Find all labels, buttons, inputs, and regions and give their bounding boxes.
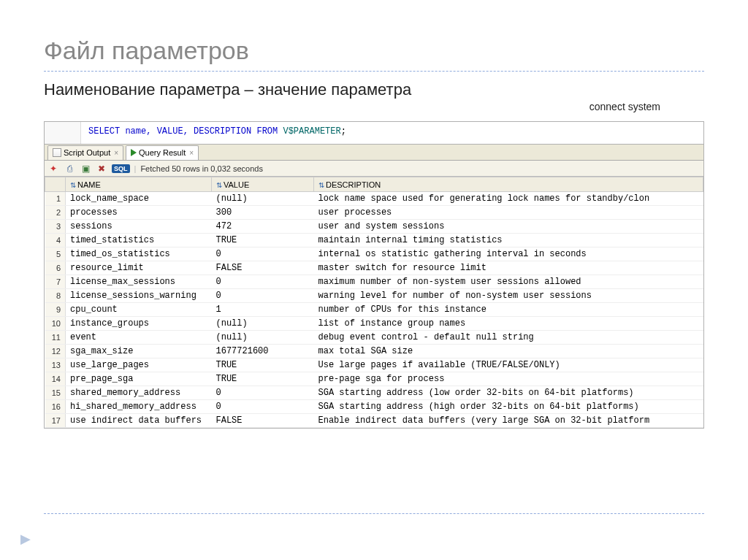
cell-description[interactable]: Enable indirect data buffers (very large… xyxy=(314,414,703,428)
cell-name[interactable]: event xyxy=(66,331,212,345)
cell-description[interactable]: SGA starting address (low order 32-bits … xyxy=(314,386,703,400)
row-number: 9 xyxy=(45,303,66,317)
cell-value[interactable]: 300 xyxy=(212,206,314,220)
cell-value[interactable]: (null) xyxy=(212,192,314,206)
col-header-value[interactable]: ⇅VALUE xyxy=(212,177,314,192)
cell-name[interactable]: hi_shared_memory_address xyxy=(66,400,212,414)
close-icon[interactable]: × xyxy=(188,149,194,157)
tab-script-output[interactable]: Script Output × xyxy=(47,145,123,160)
table-row[interactable]: 8license_sessions_warning0warning level … xyxy=(45,289,703,303)
cell-value[interactable]: 0 xyxy=(212,400,314,414)
table-row[interactable]: 6resource_limitFALSEmaster switch for re… xyxy=(45,261,703,275)
cell-description[interactable]: master switch for resource limit xyxy=(314,261,703,275)
cell-description[interactable]: user and system sessions xyxy=(314,220,703,234)
cell-description[interactable]: user processes xyxy=(314,206,703,220)
delete-icon[interactable]: ✖ xyxy=(96,163,107,174)
sort-icon: ⇅ xyxy=(216,181,222,189)
cell-description[interactable]: maximum number of non-system user sessio… xyxy=(314,275,703,289)
connect-system-label: connect system xyxy=(44,101,704,112)
row-number: 12 xyxy=(45,345,66,358)
cell-value[interactable]: (null) xyxy=(212,317,314,331)
table-row[interactable]: 2processes300user processes xyxy=(45,206,703,220)
cell-value[interactable]: FALSE xyxy=(212,414,314,428)
cell-value[interactable]: FALSE xyxy=(212,261,314,275)
row-number: 3 xyxy=(45,220,66,234)
table-row[interactable]: 3sessions472user and system sessions xyxy=(45,220,703,234)
cell-name[interactable]: license_max_sessions xyxy=(66,275,212,289)
cell-description[interactable]: lock name space used for generating lock… xyxy=(314,192,703,206)
row-number: 13 xyxy=(45,358,66,372)
cell-description[interactable]: pre-page sga for process xyxy=(314,372,703,386)
table-row[interactable]: 15shared_memory_address0SGA starting add… xyxy=(45,386,703,400)
row-number: 1 xyxy=(45,192,66,206)
sort-icon: ⇅ xyxy=(70,181,76,189)
cell-name[interactable]: resource_limit xyxy=(66,261,212,275)
table-row[interactable]: 1lock_name_space(null)lock name space us… xyxy=(45,192,703,206)
cell-name[interactable]: cpu_count xyxy=(66,303,212,317)
cell-name[interactable]: license_sessions_warning xyxy=(66,289,212,303)
table-row[interactable]: 10instance_groups(null)list of instance … xyxy=(45,317,703,331)
sql-columns: name, VALUE, DESCRIPTION xyxy=(125,126,251,137)
cell-description[interactable]: debug event control - default null strin… xyxy=(314,331,703,345)
cell-value[interactable]: 0 xyxy=(212,275,314,289)
cell-description[interactable]: list of instance group names xyxy=(314,317,703,331)
cell-description[interactable]: warning level for number of non-system u… xyxy=(314,289,703,303)
table-row[interactable]: 9cpu_count1number of CPUs for this insta… xyxy=(45,303,703,317)
cell-name[interactable]: sga_max_size xyxy=(66,345,212,358)
cell-description[interactable]: maintain internal timing statistics xyxy=(314,234,703,248)
col-header-rownum[interactable] xyxy=(45,177,66,192)
cell-value[interactable]: 0 xyxy=(212,289,314,303)
cell-name[interactable]: timed_os_statistics xyxy=(66,248,212,261)
cell-description[interactable]: max total SGA size xyxy=(314,345,703,358)
close-icon[interactable]: × xyxy=(112,149,118,157)
cell-value[interactable]: TRUE xyxy=(212,358,314,372)
cell-description[interactable]: number of CPUs for this instance xyxy=(314,303,703,317)
row-number: 2 xyxy=(45,206,66,220)
divider-line xyxy=(44,71,704,72)
cell-name[interactable]: lock_name_space xyxy=(66,192,212,206)
print-icon[interactable]: ⎙ xyxy=(64,163,75,174)
slide-nav-arrow[interactable]: ▶ xyxy=(20,531,31,547)
cell-description[interactable]: Use large pages if available (TRUE/FALSE… xyxy=(314,358,703,372)
cell-value[interactable]: 1 xyxy=(212,303,314,317)
table-row[interactable]: 17use indirect data buffersFALSEEnable i… xyxy=(45,414,703,428)
table-row[interactable]: 4timed_statisticsTRUEmaintain internal t… xyxy=(45,234,703,248)
cell-value[interactable]: (null) xyxy=(212,331,314,345)
cell-name[interactable]: timed_statistics xyxy=(66,234,212,248)
cell-value[interactable]: 1677721600 xyxy=(212,345,314,358)
sql-table: V$PARAMETER xyxy=(283,126,340,137)
sql-badge[interactable]: SQL xyxy=(112,164,130,173)
table-row[interactable]: 11event(null)debug event control - defau… xyxy=(45,331,703,345)
cell-value[interactable]: 0 xyxy=(212,248,314,261)
sql-editor[interactable]: SELECT name, VALUE, DESCRIPTION FROM V$P… xyxy=(45,122,703,145)
cell-name[interactable]: use indirect data buffers xyxy=(66,414,212,428)
fetch-status: Fetched 50 rows in 0,032 seconds xyxy=(140,164,263,173)
cell-description[interactable]: internal os statistic gathering interval… xyxy=(314,248,703,261)
table-row[interactable]: 5timed_os_statistics0internal os statist… xyxy=(45,248,703,261)
cell-name[interactable]: processes xyxy=(66,206,212,220)
cell-name[interactable]: sessions xyxy=(66,220,212,234)
cell-value[interactable]: TRUE xyxy=(212,372,314,386)
table-row[interactable]: 13use_large_pagesTRUEUse large pages if … xyxy=(45,358,703,372)
cell-value[interactable]: 472 xyxy=(212,220,314,234)
cell-name[interactable]: use_large_pages xyxy=(66,358,212,372)
cell-description[interactable]: SGA starting address (high order 32-bits… xyxy=(314,400,703,414)
table-row[interactable]: 16hi_shared_memory_address0SGA starting … xyxy=(45,400,703,414)
tab-query-result[interactable]: Query Result × xyxy=(126,145,199,160)
col-header-name[interactable]: ⇅NAME xyxy=(66,177,212,192)
table-row[interactable]: 7license_max_sessions0maximum number of … xyxy=(45,275,703,289)
script-icon xyxy=(53,148,61,157)
cell-name[interactable]: shared_memory_address xyxy=(66,386,212,400)
table-row[interactable]: 14pre_page_sgaTRUEpre-page sga for proce… xyxy=(45,372,703,386)
result-grid[interactable]: ⇅NAME ⇅VALUE ⇅DESCRIPTION 1lock_name_spa… xyxy=(45,177,703,428)
table-row[interactable]: 12sga_max_size1677721600max total SGA si… xyxy=(45,345,703,358)
row-number: 16 xyxy=(45,400,66,414)
cell-name[interactable]: pre_page_sga xyxy=(66,372,212,386)
save-icon[interactable]: ▣ xyxy=(80,163,91,174)
cell-name[interactable]: instance_groups xyxy=(66,317,212,331)
row-number: 14 xyxy=(45,372,66,386)
pin-icon[interactable]: ✦ xyxy=(47,163,59,174)
col-header-description[interactable]: ⇅DESCRIPTION xyxy=(314,177,703,192)
cell-value[interactable]: 0 xyxy=(212,386,314,400)
cell-value[interactable]: TRUE xyxy=(212,234,314,248)
